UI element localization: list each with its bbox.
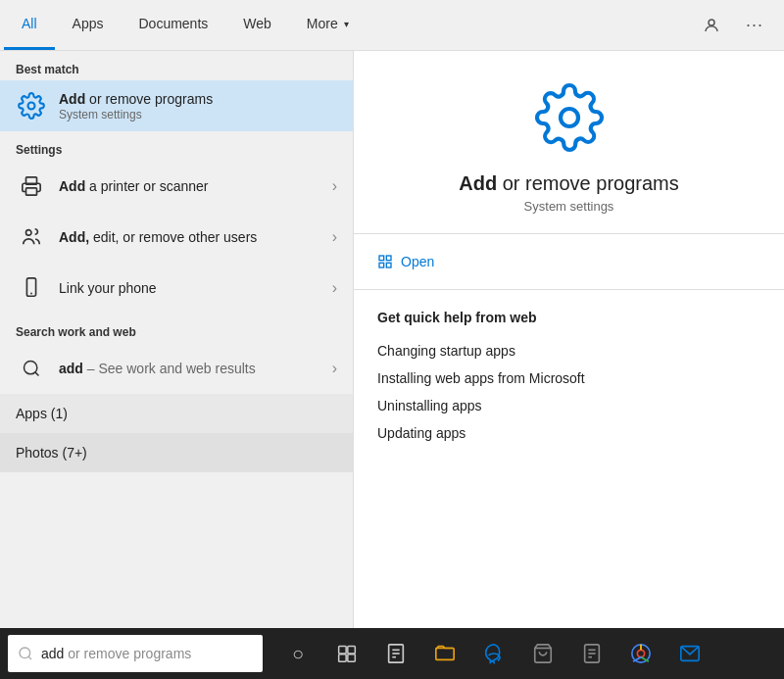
- taskbar-store-btn[interactable]: [519, 628, 566, 679]
- svg-rect-11: [386, 256, 391, 261]
- taskbar-search-text: add or remove programs: [41, 646, 191, 661]
- chevron-right-icon-4: ›: [332, 360, 337, 377]
- svg-rect-2: [26, 188, 37, 195]
- taskbar-notes-btn[interactable]: [372, 628, 419, 679]
- phone-icon: [16, 272, 47, 304]
- taskbar-files-btn[interactable]: [568, 628, 615, 679]
- taskbar-mail-btn[interactable]: [666, 628, 713, 679]
- apps-item[interactable]: Apps (1): [0, 394, 353, 433]
- open-button[interactable]: Open: [377, 250, 760, 273]
- tab-apps[interactable]: Apps: [55, 0, 122, 50]
- tab-more[interactable]: More ▾: [289, 0, 367, 50]
- svg-rect-10: [379, 256, 384, 261]
- taskbar: add or remove programs ○: [0, 628, 784, 679]
- more-options-icon[interactable]: ···: [737, 8, 772, 43]
- svg-rect-13: [379, 263, 384, 267]
- svg-point-1: [28, 103, 35, 110]
- tab-more-label: More: [307, 16, 338, 31]
- tab-web[interactable]: Web: [225, 0, 289, 50]
- printer-icon: [16, 170, 47, 202]
- best-match-text: Add or remove programs System settings: [59, 91, 337, 121]
- svg-point-4: [26, 230, 32, 236]
- settings-label: Settings: [0, 131, 353, 161]
- search-rest: or remove programs: [64, 646, 191, 661]
- top-nav: All Apps Documents Web More ▾ ···: [0, 0, 784, 51]
- help-link-1[interactable]: Changing startup apps: [377, 337, 760, 364]
- nav-icons: ···: [694, 8, 780, 43]
- help-title: Get quick help from web: [377, 310, 760, 325]
- best-match-item[interactable]: Add or remove programs System settings: [0, 80, 353, 131]
- taskbar-explorer-btn[interactable]: [421, 628, 468, 679]
- best-match-label: Best match: [0, 51, 353, 80]
- tab-all-label: All: [22, 16, 37, 31]
- svg-rect-19: [348, 655, 356, 662]
- taskbar-chrome-btn[interactable]: [617, 628, 664, 679]
- help-link-2[interactable]: Installing web apps from Microsoft: [377, 364, 760, 392]
- settings-item-printer-text: Add a printer or scanner: [59, 178, 337, 194]
- chevron-right-icon: ›: [332, 177, 337, 195]
- settings-item-phone[interactable]: Link your phone ›: [0, 263, 353, 314]
- users-icon: [16, 221, 47, 253]
- settings-item-printer[interactable]: Add a printer or scanner ›: [0, 161, 353, 212]
- chevron-down-icon: ▾: [344, 19, 349, 29]
- settings-item-users-text: Add, edit, or remove other users: [59, 229, 337, 245]
- tab-apps-label: Apps: [73, 16, 104, 31]
- taskbar-search[interactable]: add or remove programs: [8, 635, 263, 672]
- taskbar-icons: ○: [274, 628, 713, 679]
- search-web-label: Search work and web: [0, 314, 353, 343]
- svg-point-7: [24, 362, 37, 374]
- settings-item-phone-text: Link your phone: [59, 280, 337, 296]
- right-help: Get quick help from web Changing startup…: [354, 290, 784, 466]
- best-match-title-bold: Add: [59, 91, 85, 107]
- photos-item[interactable]: Photos (7+): [0, 433, 353, 472]
- chevron-right-icon-2: ›: [332, 228, 337, 246]
- svg-rect-12: [386, 263, 391, 267]
- taskbar-search-icon: [18, 646, 33, 661]
- account-icon[interactable]: [694, 8, 729, 43]
- tab-web-label: Web: [243, 16, 271, 31]
- right-app-subtitle: System settings: [524, 199, 614, 214]
- taskbar-edge-btn[interactable]: [470, 628, 517, 679]
- help-link-4[interactable]: Updating apps: [377, 419, 760, 447]
- main-content: Best match Add or remove programs System…: [0, 51, 784, 628]
- svg-line-15: [28, 656, 31, 659]
- taskbar-taskview-btn[interactable]: [323, 628, 370, 679]
- svg-rect-16: [339, 647, 347, 655]
- chevron-right-icon-3: ›: [332, 279, 337, 297]
- apps-label: Apps (1): [16, 406, 68, 421]
- tab-all[interactable]: All: [4, 0, 55, 50]
- svg-rect-18: [339, 655, 347, 662]
- tab-documents[interactable]: Documents: [121, 0, 225, 50]
- right-actions: Open: [354, 234, 784, 290]
- search-item[interactable]: add – See work and web results ›: [0, 343, 353, 394]
- svg-point-9: [561, 109, 578, 126]
- svg-rect-17: [348, 647, 356, 655]
- left-panel: Best match Add or remove programs System…: [0, 51, 353, 628]
- right-panel: Add or remove programs System settings O…: [353, 51, 784, 628]
- gear-icon: [16, 90, 47, 121]
- right-app-title: Add or remove programs: [459, 172, 679, 195]
- best-match-title-rest: or remove programs: [85, 91, 213, 107]
- svg-point-30: [637, 650, 644, 656]
- svg-line-8: [35, 372, 39, 376]
- search-item-text: add – See work and web results: [59, 361, 337, 376]
- best-match-subtitle: System settings: [59, 108, 337, 121]
- right-app-info: Add or remove programs System settings: [354, 51, 784, 234]
- taskbar-search-btn[interactable]: ○: [274, 628, 321, 679]
- search-query: add: [41, 646, 64, 661]
- tab-documents-label: Documents: [138, 16, 208, 31]
- photos-label: Photos (7+): [16, 445, 87, 461]
- svg-point-0: [709, 20, 714, 25]
- settings-item-users[interactable]: Add, edit, or remove other users ›: [0, 212, 353, 263]
- svg-point-14: [20, 648, 30, 658]
- app-icon: [534, 82, 605, 157]
- help-link-3[interactable]: Uninstalling apps: [377, 392, 760, 419]
- open-label: Open: [401, 254, 434, 269]
- search-icon: [16, 353, 47, 384]
